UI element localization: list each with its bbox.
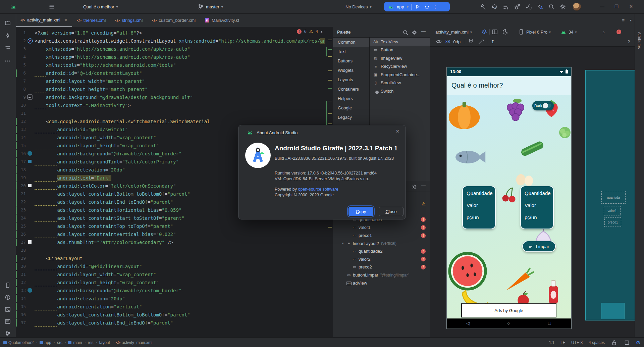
- line-number[interactable]: 7: [16, 77, 26, 85]
- code-line[interactable]: 31 android:layout_width="wrap_content": [16, 270, 333, 279]
- gutter-cir-icon[interactable]: [27, 288, 33, 294]
- google-logo-icon[interactable]: G: [636, 340, 640, 345]
- line-number[interactable]: 22: [16, 198, 26, 206]
- design-file-selector[interactable]: activity_main.xml▾: [435, 27, 472, 37]
- palette-search-icon[interactable]: [402, 29, 409, 36]
- line-number[interactable]: 24: [16, 214, 26, 222]
- error-badge[interactable]: !: [421, 233, 426, 238]
- line-number[interactable]: 8: [16, 85, 26, 93]
- clear-button[interactable]: Limpar: [522, 241, 556, 252]
- infer-constraints-icon[interactable]: [478, 38, 484, 45]
- line-number[interactable]: 23: [16, 206, 26, 214]
- close-button[interactable]: ✕: [629, 4, 633, 9]
- run-button[interactable]: [414, 3, 421, 10]
- line-number[interactable]: 25: [16, 222, 26, 230]
- dialog-close-icon[interactable]: ✕: [395, 129, 399, 134]
- copy-button[interactable]: Copy: [348, 207, 373, 216]
- code-line[interactable]: 25 ads:layout_constraintTop_toTopOf="par…: [16, 222, 333, 230]
- code-line[interactable]: 11: [16, 109, 333, 117]
- tree-row-linearLayout2[interactable]: ▾≡linearLayout2(vertical): [333, 240, 430, 247]
- code-line[interactable]: 9 android:background="@drawable/design_b…: [16, 93, 333, 101]
- code-line[interactable]: 26 ads:layout_constraintVertical_bias="0…: [16, 230, 333, 238]
- blueprint-box-preco1[interactable]: preco1: [604, 217, 621, 227]
- line-number[interactable]: 19: [16, 174, 26, 182]
- code-line[interactable]: 3 xmlns:ads="http://schemas.android.com/…: [16, 45, 333, 53]
- commit-icon[interactable]: [4, 32, 11, 39]
- code-text[interactable]: android:background="@drawable/design_bac…: [35, 93, 193, 101]
- analysis-mark[interactable]: [328, 101, 332, 101]
- line-number[interactable]: 33: [16, 287, 26, 295]
- tree-row-buttonLimpar[interactable]: ▭buttonLimpar"@string/limpar": [333, 271, 430, 279]
- line-number[interactable]: 9: [16, 93, 26, 101]
- tree-row-preco1[interactable]: ▭preco1!: [333, 232, 430, 239]
- tree-row-valor2[interactable]: ▭valor2!: [333, 255, 430, 263]
- tree-row-adView[interactable]: AdadView: [333, 279, 430, 287]
- code-text[interactable]: ads:layout_constraintHorizontal_bias="0.…: [35, 206, 181, 214]
- line-number[interactable]: 16: [16, 150, 26, 158]
- line-ending[interactable]: LF: [560, 340, 565, 345]
- line-number[interactable]: 37: [16, 319, 26, 327]
- encoding[interactable]: UTF-8: [571, 340, 583, 345]
- code-line[interactable]: 12 <com.google.android.material.switchma…: [16, 117, 333, 126]
- minimize-button[interactable]: —: [600, 4, 604, 9]
- blueprint-box-quantida[interactable]: quantida: [601, 191, 626, 204]
- lock-icon[interactable]: [611, 339, 618, 346]
- more-horizontal-icon[interactable]: [4, 58, 11, 64]
- code-text[interactable]: android:elevation="20dp": [35, 295, 125, 303]
- analysis-mark[interactable]: [328, 70, 332, 71]
- profiler-icon[interactable]: [525, 3, 532, 10]
- code-text[interactable]: android:background="@drawable/custom_bor…: [35, 287, 181, 295]
- code-text[interactable]: android:layout_width="match_parent": [35, 77, 145, 85]
- code-line[interactable]: 37 ads:layout_constraintEnd_toEndOf="par…: [16, 319, 333, 327]
- tab-activity_main.xml[interactable]: </>activity_main.xml✕: [16, 14, 72, 27]
- error-badge[interactable]: !: [421, 265, 426, 269]
- notifications-icon[interactable]: [624, 339, 630, 346]
- code-line[interactable]: 8 android:layout_height="match_parent": [16, 85, 333, 93]
- gutter-img-icon[interactable]: [27, 94, 33, 100]
- inspections-widget[interactable]: ! 6 ⚠ 4 ▴ ▾: [297, 29, 327, 34]
- error-badge[interactable]: !: [421, 249, 426, 254]
- palette-category-Widgets[interactable]: Widgets: [333, 66, 369, 75]
- code-text[interactable]: <LinearLayout: [35, 254, 83, 262]
- palette-item-FragmentContaine...[interactable]: ▣FragmentContaine...: [370, 70, 431, 79]
- search-icon[interactable]: [548, 3, 555, 10]
- palette-category-Text[interactable]: Text: [333, 47, 369, 56]
- line-number[interactable]: 30: [16, 262, 26, 270]
- palette-minimize-icon[interactable]: —: [421, 29, 426, 34]
- gutter-sqw-icon[interactable]: [27, 239, 33, 245]
- line-number[interactable]: 4: [16, 53, 26, 61]
- palette-item-Button[interactable]: ▭Button: [370, 46, 431, 54]
- code-line[interactable]: 35 android:orientation="vertical": [16, 303, 333, 311]
- warning-badge[interactable]: ⚠: [421, 201, 426, 206]
- palette-category-Containers[interactable]: Containers: [333, 85, 369, 94]
- open-source-link[interactable]: open-source software: [298, 187, 338, 192]
- line-number[interactable]: 31: [16, 270, 26, 279]
- palette-item-Switch[interactable]: Switch: [370, 87, 431, 95]
- tree-row-preco2[interactable]: ▭preco2!: [333, 263, 430, 271]
- attach-debugger-icon[interactable]: [514, 3, 521, 10]
- palette-settings-icon[interactable]: [411, 29, 418, 36]
- line-number[interactable]: 28: [16, 246, 26, 254]
- tab-close-icon[interactable]: ✕: [64, 18, 67, 22]
- code-text[interactable]: xmlns:app="http://schemas.android.com/ap…: [35, 53, 190, 61]
- line-number[interactable]: 13: [16, 126, 26, 134]
- chevron-down-icon[interactable]: ▾: [342, 242, 346, 245]
- line-number[interactable]: 10: [16, 101, 26, 109]
- breadcrumb-activity_main.xml[interactable]: </>activity_main.xml: [116, 340, 152, 345]
- code-line[interactable]: 30 android:id="@+id/linearLayout": [16, 262, 333, 270]
- code-line[interactable]: 33 android:background="@drawable/custom_…: [16, 287, 333, 295]
- settings-icon[interactable]: [559, 3, 566, 10]
- code-text[interactable]: xmlns:tools="http://schemas.android.com/…: [35, 61, 176, 69]
- breadcrumb-src[interactable]: src: [57, 340, 62, 345]
- reader-mode-icon[interactable]: ≡: [622, 18, 625, 23]
- structure-icon[interactable]: [4, 45, 11, 52]
- gutter-cir-icon[interactable]: [27, 151, 33, 157]
- project-selector[interactable]: Qual é o melhor▾: [83, 0, 118, 13]
- terminal-icon[interactable]: [4, 306, 11, 313]
- gutter-sqw-icon[interactable]: [27, 183, 33, 189]
- code-text[interactable]: android:id="@+id/constraintLayout": [35, 69, 142, 77]
- logcat-icon[interactable]: [4, 318, 11, 325]
- code-text[interactable]: ads:layout_constraintBottom_toBottomOf="…: [35, 311, 190, 319]
- line-number[interactable]: 12: [16, 117, 26, 126]
- line-number[interactable]: 3: [16, 45, 26, 53]
